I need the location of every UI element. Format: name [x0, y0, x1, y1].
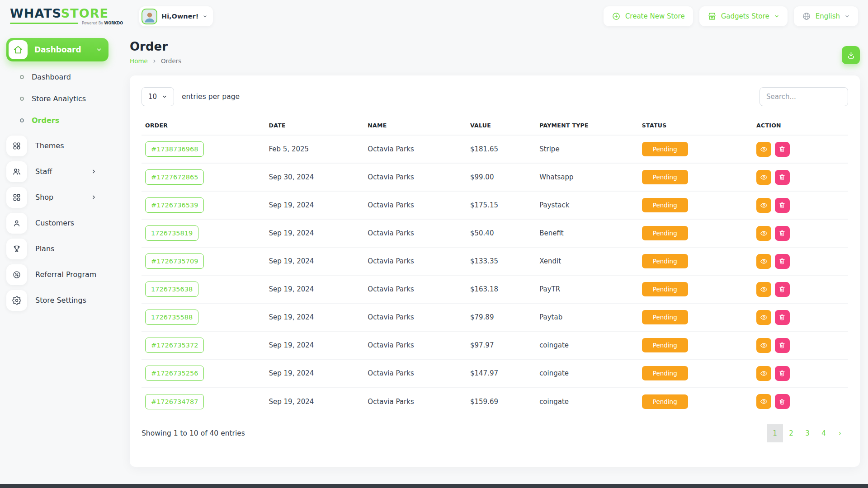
delete-order-button[interactable]	[775, 366, 790, 381]
breadcrumb-current: Orders	[161, 57, 181, 65]
sidebar-item-store-settings[interactable]: Store Settings	[6, 287, 108, 313]
sidebar-item-store-analytics[interactable]: Store Analytics	[20, 88, 108, 109]
delete-order-button[interactable]	[775, 170, 790, 185]
order-id-chip[interactable]: 1726735588	[145, 310, 198, 325]
export-orders-button[interactable]	[842, 46, 860, 64]
order-id-chip[interactable]: #1726734787	[145, 394, 204, 409]
view-order-button[interactable]	[756, 254, 771, 269]
customer-name: Octavia Parks	[364, 135, 467, 163]
sidebar-item-orders[interactable]: Orders	[20, 109, 108, 131]
view-order-button[interactable]	[756, 226, 771, 241]
language-dropdown[interactable]: English	[794, 6, 858, 26]
view-order-button[interactable]	[756, 338, 771, 353]
bullet-icon	[20, 118, 24, 122]
sidebar-item-staff[interactable]: Staff	[6, 159, 108, 184]
avatar-person-icon	[143, 10, 156, 23]
delete-order-button[interactable]	[775, 254, 790, 269]
column-header-payment-type[interactable]: PAYMENT TYPE	[536, 115, 638, 135]
order-value: $50.40	[467, 219, 536, 247]
view-order-button[interactable]	[756, 366, 771, 381]
order-value: $99.00	[467, 163, 536, 191]
order-id-chip[interactable]: #1726736539	[145, 197, 204, 213]
view-order-button[interactable]	[756, 394, 771, 409]
delete-order-button[interactable]	[775, 198, 790, 213]
view-order-button[interactable]	[756, 310, 771, 325]
view-order-button[interactable]	[756, 282, 771, 297]
sidebar-item-dashboard-group[interactable]: Dashboard	[6, 38, 108, 61]
brand-underline	[10, 23, 78, 24]
order-id-chip[interactable]: 1726735638	[145, 282, 198, 297]
entries-per-page-value: 10	[148, 93, 157, 101]
column-header-status[interactable]: STATUS	[638, 115, 753, 135]
next-page-button[interactable]: ›	[832, 424, 848, 442]
order-id-chip[interactable]: #1727672865	[145, 169, 204, 185]
page-button-4[interactable]: 4	[816, 424, 832, 442]
table-row: #1726736539 Sep 19, 2024 Octavia Parks $…	[142, 191, 848, 219]
users-icon	[6, 161, 27, 182]
order-value: $181.65	[467, 135, 536, 163]
sidebar-item-dashboard[interactable]: Dashboard	[20, 66, 108, 88]
order-date: Sep 19, 2024	[265, 275, 364, 303]
table-row: #1726735256 Sep 19, 2024 Octavia Parks $…	[142, 359, 848, 387]
powered-by-label: Powered By WORKDO	[82, 21, 123, 25]
delete-order-button[interactable]	[775, 338, 790, 353]
trash-icon	[778, 258, 786, 265]
eye-icon	[760, 314, 768, 321]
page-button-2[interactable]: 2	[783, 424, 799, 442]
order-id-chip[interactable]: 1726735819	[145, 225, 198, 241]
sidebar-item-customers[interactable]: Customers	[6, 210, 108, 236]
trash-icon	[778, 398, 786, 405]
column-header-name[interactable]: NAME	[364, 115, 467, 135]
delete-order-button[interactable]	[775, 226, 790, 241]
showing-entries-label: Showing 1 to 10 of 40 entries	[142, 429, 245, 437]
store-selector-dropdown[interactable]: Gadgets Store	[699, 6, 788, 26]
eye-icon	[760, 258, 768, 265]
order-id-chip[interactable]: #1726735256	[145, 366, 204, 381]
create-new-store-button[interactable]: Create New Store	[604, 6, 693, 26]
customer-name: Octavia Parks	[364, 303, 467, 331]
column-header-order[interactable]: ORDER	[142, 115, 265, 135]
column-header-action[interactable]: ACTION	[753, 115, 848, 135]
sidebar-item-themes[interactable]: Themes	[6, 133, 108, 159]
brand-name-primary: WHATS	[10, 6, 61, 20]
home-icon	[9, 40, 28, 59]
delete-order-button[interactable]	[775, 310, 790, 325]
user-menu[interactable]: Hi,Owner!	[139, 6, 213, 26]
download-icon	[847, 51, 855, 60]
order-id-chip[interactable]: #1738736968	[145, 141, 204, 157]
payment-type: coingate	[536, 359, 638, 387]
page-button-3[interactable]: 3	[799, 424, 816, 442]
orders-table: ORDER DATE NAME VALUE PAYMENT TYPE STATU…	[142, 115, 848, 415]
search-input[interactable]	[760, 87, 848, 106]
store-selector-label: Gadgets Store	[721, 12, 769, 20]
plus-circle-icon	[612, 12, 621, 21]
trash-icon	[778, 370, 786, 377]
status-badge: Pending	[642, 254, 688, 268]
trash-icon	[778, 145, 786, 153]
view-order-button[interactable]	[756, 170, 771, 185]
order-id-chip[interactable]: #1726735372	[145, 338, 204, 353]
breadcrumb-home-link[interactable]: Home	[130, 57, 148, 65]
order-date: Sep 19, 2024	[265, 219, 364, 247]
page-button-1[interactable]: 1	[767, 424, 783, 442]
sidebar-item-shop[interactable]: Shop	[6, 184, 108, 210]
column-header-value[interactable]: VALUE	[467, 115, 536, 135]
chevron-down-icon	[774, 14, 779, 19]
column-header-date[interactable]: DATE	[265, 115, 364, 135]
delete-order-button[interactable]	[775, 142, 790, 157]
trash-icon	[778, 202, 786, 209]
view-order-button[interactable]	[756, 198, 771, 213]
delete-order-button[interactable]	[775, 282, 790, 297]
sidebar-item-plans[interactable]: Plans	[6, 236, 108, 262]
customer-name: Octavia Parks	[364, 191, 467, 219]
table-row: 1726735819 Sep 19, 2024 Octavia Parks $5…	[142, 219, 848, 247]
order-date: Sep 19, 2024	[265, 359, 364, 387]
order-date: Sep 19, 2024	[265, 191, 364, 219]
sidebar-item-referral-program[interactable]: Referral Program	[6, 262, 108, 287]
delete-order-button[interactable]	[775, 394, 790, 409]
order-id-chip[interactable]: #1726735709	[145, 253, 204, 269]
grid-icon	[6, 136, 27, 156]
entries-per-page-select[interactable]: 10	[142, 87, 174, 106]
eye-icon	[760, 342, 768, 349]
view-order-button[interactable]	[756, 142, 771, 157]
